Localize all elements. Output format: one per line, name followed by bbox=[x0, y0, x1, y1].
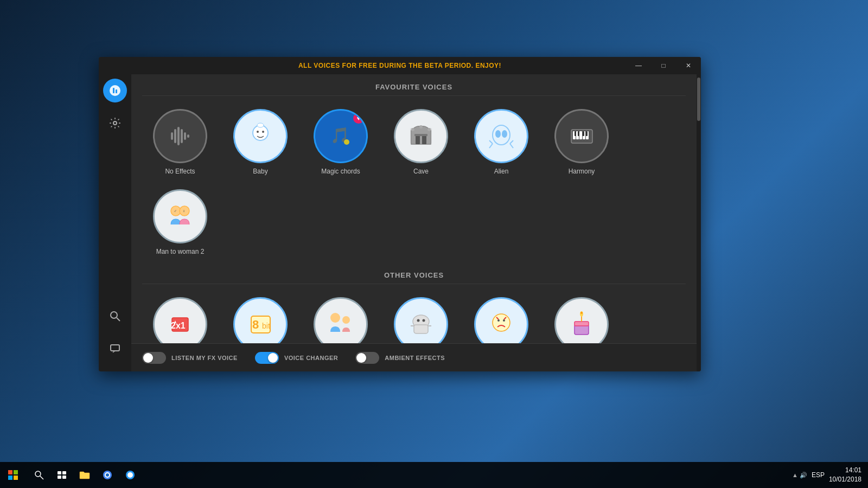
voice-changer-label: VOICE CHANGER bbox=[284, 355, 338, 361]
harmony-icon bbox=[567, 121, 597, 151]
task-view-icon[interactable] bbox=[51, 462, 73, 488]
ambient-toggle[interactable] bbox=[355, 352, 379, 364]
voice-baby[interactable]: Baby bbox=[222, 105, 298, 181]
2x1-icon: 2x1 bbox=[165, 310, 195, 339]
voice-magic-chords[interactable]: ♥ 🎵 Magic chords bbox=[303, 105, 379, 181]
taskbar-lang: ESP bbox=[812, 471, 825, 479]
svg-rect-117 bbox=[8, 470, 12, 474]
8bits-icon: 8 bit bbox=[246, 310, 276, 339]
voice-2x1[interactable]: 2x1 2x1 bbox=[142, 293, 218, 343]
app-logo bbox=[103, 79, 127, 102]
search-taskbar-icon[interactable] bbox=[28, 462, 50, 488]
svg-rect-36 bbox=[579, 131, 582, 139]
other-voices-grid: 2x1 2x1 8 bbox=[142, 293, 686, 343]
svg-text:♂: ♂ bbox=[174, 209, 177, 214]
voice-circle-alien bbox=[474, 109, 528, 163]
file-explorer-icon[interactable] bbox=[74, 462, 95, 488]
chrome-logo-icon bbox=[103, 470, 112, 480]
voice-no-effects[interactable]: No Effects bbox=[142, 105, 218, 181]
voice-adult-to-children[interactable]: Adult to children bbox=[303, 293, 379, 343]
ambient-toggle-knob bbox=[356, 353, 366, 363]
voice-man-to-woman-2[interactable]: ♂ ♀ Man to woman 2 bbox=[142, 185, 218, 261]
windows-logo-icon bbox=[8, 470, 18, 480]
voice-changer-toggle[interactable] bbox=[255, 352, 279, 364]
svg-point-129 bbox=[106, 473, 109, 477]
sidebar-chat[interactable] bbox=[103, 337, 127, 361]
svg-point-31 bbox=[495, 130, 501, 138]
man-to-woman-icon: ♂ ♀ bbox=[164, 200, 196, 233]
maximize-button[interactable]: □ bbox=[651, 57, 676, 74]
voice-cave[interactable]: Cave bbox=[383, 105, 459, 181]
svg-rect-8 bbox=[174, 129, 176, 143]
voice-label-harmony: Harmony bbox=[569, 168, 595, 176]
aphonic-icon bbox=[487, 310, 516, 339]
voice-label-magic-chords: Magic chords bbox=[321, 168, 360, 176]
svg-point-23 bbox=[411, 128, 414, 131]
svg-point-24 bbox=[419, 125, 423, 129]
voice-birthday-beach[interactable]: Birthday beach bbox=[544, 293, 620, 343]
birthday-beach-icon bbox=[567, 310, 597, 339]
close-button[interactable]: ✕ bbox=[676, 57, 701, 74]
voices-scroll[interactable]: FAVOURITE VOICES bbox=[131, 74, 697, 343]
voice-aphonic[interactable]: Aphonic bbox=[463, 293, 539, 343]
svg-rect-120 bbox=[14, 476, 18, 480]
magic-chords-icon: 🎵 bbox=[326, 121, 356, 151]
listen-fx-toggle-knob bbox=[143, 353, 153, 363]
svg-point-69 bbox=[580, 312, 583, 314]
android-icon bbox=[406, 310, 436, 339]
svg-rect-10 bbox=[181, 129, 183, 143]
favourite-voices-grid: No Effects bbox=[142, 105, 686, 260]
listen-fx-toggle-group: LISTEN MY FX VOICE bbox=[142, 352, 238, 364]
svg-line-28 bbox=[510, 144, 513, 148]
svg-point-52 bbox=[330, 313, 340, 323]
heart-badge: ♥ bbox=[353, 113, 364, 124]
task-view-icon bbox=[57, 470, 67, 480]
app-icon[interactable] bbox=[119, 462, 141, 488]
voice-harmony[interactable]: Harmony bbox=[544, 105, 620, 181]
voice-label-no-effects: No Effects bbox=[165, 168, 195, 176]
voice-circle-8bits: 8 bit bbox=[233, 297, 288, 343]
voice-circle-no-effects bbox=[153, 109, 207, 163]
svg-rect-12 bbox=[187, 134, 189, 138]
taskbar-indicators: ▲ 🔊 bbox=[792, 472, 807, 479]
svg-line-122 bbox=[40, 476, 43, 479]
cave-icon bbox=[405, 120, 437, 152]
svg-rect-57 bbox=[414, 325, 428, 333]
chrome-icon[interactable] bbox=[97, 462, 118, 488]
sidebar-search[interactable] bbox=[103, 304, 127, 328]
listen-fx-label: LISTEN MY FX VOICE bbox=[171, 355, 238, 361]
voice-alien[interactable]: Alien bbox=[463, 105, 539, 181]
voice-circle-magic-chords: ♥ 🎵 bbox=[314, 109, 368, 163]
svg-point-62 bbox=[503, 319, 505, 322]
svg-point-61 bbox=[497, 319, 500, 322]
folder-icon bbox=[79, 471, 90, 479]
svg-rect-126 bbox=[62, 476, 66, 479]
start-button[interactable] bbox=[0, 462, 26, 488]
logo-icon bbox=[107, 83, 123, 98]
svg-point-4 bbox=[111, 312, 117, 318]
scrollbar[interactable] bbox=[697, 74, 701, 371]
svg-line-29 bbox=[489, 140, 493, 144]
voice-8bits[interactable]: 8 bit 8bits bbox=[222, 293, 298, 343]
svg-text:8: 8 bbox=[252, 318, 259, 331]
svg-point-60 bbox=[493, 314, 510, 331]
voice-circle-baby bbox=[233, 109, 288, 163]
favourite-voices-header: FAVOURITE VOICES bbox=[142, 83, 686, 96]
voice-changer-toggle-knob bbox=[268, 353, 278, 363]
voice-circle-harmony bbox=[554, 109, 609, 163]
svg-rect-118 bbox=[14, 470, 18, 474]
svg-point-32 bbox=[502, 130, 507, 138]
svg-rect-40 bbox=[578, 131, 579, 136]
svg-rect-42 bbox=[586, 131, 588, 136]
voice-label-baby: Baby bbox=[253, 168, 267, 176]
scroll-thumb[interactable] bbox=[697, 78, 700, 121]
svg-rect-41 bbox=[583, 131, 584, 136]
svg-rect-9 bbox=[177, 127, 180, 145]
sidebar bbox=[99, 74, 131, 371]
sidebar-settings[interactable] bbox=[103, 111, 127, 135]
voice-android[interactable]: Android bbox=[383, 293, 459, 343]
listen-fx-toggle[interactable] bbox=[142, 352, 166, 364]
svg-rect-11 bbox=[184, 132, 186, 140]
svg-point-56 bbox=[422, 319, 425, 322]
minimize-button[interactable]: — bbox=[626, 57, 651, 74]
